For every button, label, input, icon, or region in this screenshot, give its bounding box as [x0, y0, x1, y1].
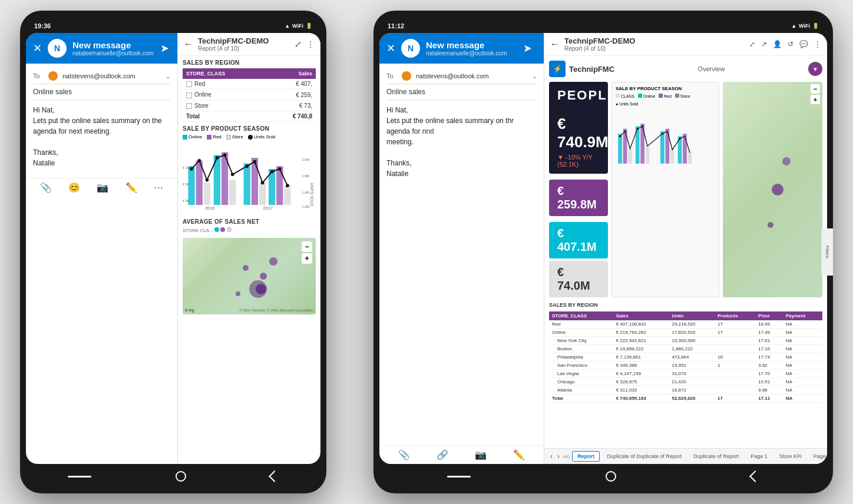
attach-icon[interactable]: 📎 — [40, 182, 52, 193]
large-to-email[interactable]: natstevens@outlook.com — [416, 72, 528, 79]
large-status-bar: 11:12 ▲ WiFi 🔋 — [379, 20, 827, 33]
large-close-icon[interactable]: ✕ — [386, 42, 395, 55]
small-pbi-nav: ← TechnipFMC-DEMO Report (4 of 10) — [184, 37, 269, 52]
col-products: Products — [715, 311, 755, 320]
large-attach-icon[interactable]: 📎 — [398, 449, 410, 460]
more-icon[interactable]: ⋯ — [154, 182, 163, 193]
large-pbi-nav: ← TechnipFMC-DEMO Report (4 of 10) — [550, 37, 635, 52]
svg-rect-5 — [229, 180, 236, 205]
large-chevron-down-icon[interactable]: ⌄ — [532, 73, 537, 79]
tab-page1[interactable]: Page 1 — [746, 452, 772, 461]
pbi-logo-text: TechnipFMC — [569, 65, 614, 74]
filters-panel[interactable]: Filters — [821, 228, 827, 276]
emoji-icon[interactable]: 😊 — [68, 182, 80, 193]
large-expand-icon[interactable]: ⤢ — [749, 40, 755, 48]
large-send-button[interactable]: ➤ — [518, 39, 537, 58]
large-person-icon[interactable]: 👤 — [773, 40, 782, 48]
large-email-content[interactable]: Hi Nat, Lets put the online sales summar… — [386, 100, 537, 184]
large-chart-title: SALE BY PRODUCT SEASON — [616, 86, 715, 91]
large-pbi-logo: ⚡ TechnipFMC — [549, 61, 614, 77]
large-nav-back-icon[interactable] — [749, 470, 761, 482]
small-pbi-subtitle: Report (4 of 10) — [198, 45, 269, 52]
small-sales-table: STORE_CLASS Sales Red € 407, Online — [183, 68, 316, 122]
large-chart-legend: CLASS Online Red Store ● Units Sold — [616, 94, 715, 106]
tabs-back-arrow[interactable]: ‹ — [549, 452, 554, 460]
tab-dup-report[interactable]: Duplicate of Report — [689, 452, 743, 461]
small-email-panel: ✕ N New message nataleemanuelle@outlook.… — [26, 33, 178, 464]
small-to-badge — [48, 71, 58, 81]
tab-store-kpi[interactable]: Store KPi — [775, 452, 806, 461]
large-avatar: N — [401, 39, 420, 58]
svg-point-47 — [624, 130, 626, 132]
large-pbi-icons: ⤢ ↗ 👤 ↺ 💬 ⋮ — [749, 40, 821, 48]
small-subject[interactable]: Online sales — [33, 84, 170, 100]
large-sales-table: STORE_CLASS Sales Units Products Price P… — [549, 311, 822, 403]
small-avg-legend: STORE CLA... — [183, 227, 316, 233]
svg-text:UNITS SOLD: UNITS SOLD — [310, 183, 314, 206]
nav-home-icon[interactable] — [68, 476, 91, 478]
expand-icon[interactable]: ⤢ — [295, 39, 302, 49]
large-refresh-icon[interactable]: ↺ — [788, 40, 794, 48]
legend-units: Units Sold — [248, 134, 275, 140]
more-options-icon[interactable]: ⋮ — [306, 39, 315, 49]
svg-rect-40 — [660, 131, 664, 164]
large-nav-home-icon[interactable] — [447, 476, 471, 478]
large-pbi-back-icon[interactable]: ← — [550, 39, 560, 49]
large-zoom-out-icon[interactable]: − — [811, 84, 820, 94]
small-pbi-panel: ← TechnipFMC-DEMO Report (4 of 10) ⤢ ⋮ S… — [178, 33, 320, 464]
large-link-icon[interactable]: 🔗 — [437, 449, 448, 460]
camera-icon[interactable]: 📷 — [97, 182, 108, 193]
small-screen: ✕ N New message nataleemanuelle@outlook.… — [26, 33, 320, 464]
nav-back-icon[interactable] — [269, 470, 280, 482]
large-zoom-in-icon[interactable]: + — [811, 95, 820, 104]
small-status-icons: ▲ WiFi 🔋 — [285, 23, 312, 29]
filter-icon[interactable]: ▼ — [808, 62, 822, 76]
tab-page2[interactable]: Page 2 — [809, 452, 827, 461]
map-dot — [260, 273, 267, 280]
large-page-tabs: ‹ › ds) Report Duplicate of Duplicate of… — [544, 448, 827, 464]
tab-report[interactable]: Report — [572, 451, 600, 462]
large-subject[interactable]: Online sales — [386, 84, 537, 100]
svg-rect-10 — [276, 166, 283, 205]
col-units: Units — [669, 311, 715, 320]
large-map-dot — [782, 157, 791, 165]
tab-dup-dup-report[interactable]: Duplicate of Duplicate of Report — [602, 452, 686, 461]
svg-rect-42 — [670, 148, 675, 163]
large-pbi-header: ← TechnipFMC-DEMO Report (4 of 10) ⤢ ↗ 👤… — [544, 33, 827, 56]
large-status-icons: ▲ WiFi 🔋 — [791, 23, 819, 29]
large-pbi-overview: ⚡ TechnipFMC Overview ▼ PEOPLE — [544, 56, 827, 407]
close-icon[interactable]: ✕ — [33, 42, 42, 55]
tabs-forward-arrow[interactable]: › — [556, 452, 561, 460]
small-pbi-header: ← TechnipFMC-DEMO Report (4 of 10) ⤢ ⋮ — [178, 33, 320, 56]
large-map-col[interactable]: − + — [723, 82, 822, 297]
large-comment-icon[interactable]: 💬 — [799, 40, 808, 48]
small-send-button[interactable]: ➤ — [159, 39, 170, 58]
svg-rect-34 — [618, 134, 622, 164]
small-sales-title: SALES BY REGION — [183, 59, 316, 66]
large-more-icon[interactable]: ⋮ — [814, 40, 821, 48]
zoom-in-icon[interactable]: + — [302, 253, 312, 264]
col-store: STORE_CLASS — [549, 311, 613, 320]
svg-point-17 — [231, 173, 234, 177]
svg-point-21 — [270, 170, 274, 174]
svg-rect-41 — [666, 129, 670, 164]
small-email-content[interactable]: Hi Nat, Lets put the online sales summar… — [33, 100, 170, 173]
large-map-dot — [768, 222, 773, 228]
draw-icon[interactable]: ✏️ — [125, 182, 137, 193]
zoom-out-icon[interactable]: − — [302, 241, 312, 252]
nav-home-circle[interactable] — [176, 471, 186, 482]
small-split: ✕ N New message nataleemanuelle@outlook.… — [26, 33, 320, 464]
pbi-logo-icon: ⚡ — [549, 61, 566, 77]
small-avatar: N — [48, 39, 67, 58]
large-share-icon[interactable]: ↗ — [761, 40, 767, 48]
small-to-email[interactable]: natstevens@outlook.com — [62, 72, 162, 79]
small-map[interactable]: − + bing © 2021 TomTom, © 2021 Microsoft… — [183, 238, 316, 314]
pbi-back-icon[interactable]: ← — [184, 39, 193, 49]
large-time: 11:12 — [388, 22, 404, 29]
large-draw-icon[interactable]: ✏️ — [513, 449, 525, 460]
chevron-down-icon[interactable]: ⌄ — [166, 73, 170, 79]
svg-point-23 — [286, 184, 289, 187]
large-nav-home-circle[interactable] — [606, 471, 616, 482]
large-camera-icon[interactable]: 📷 — [475, 449, 487, 460]
people-card4: € 74.0M — [549, 261, 608, 297]
